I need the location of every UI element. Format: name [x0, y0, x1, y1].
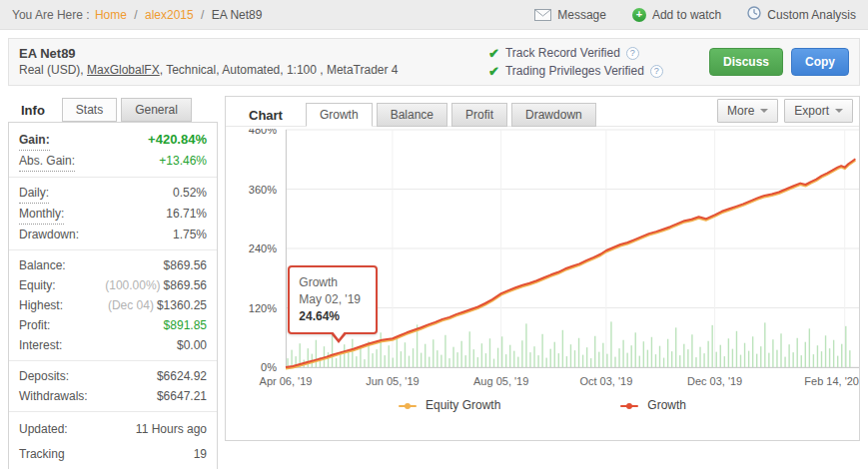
activity-bar: [316, 340, 317, 367]
deposits-value: $6624.92: [157, 366, 207, 386]
activity-bar: [711, 325, 712, 367]
export-button[interactable]: Export: [784, 99, 853, 123]
legend-item-equity-growth[interactable]: Equity Growth: [399, 398, 500, 412]
activity-bar: [513, 351, 514, 367]
activity-bar: [340, 355, 341, 367]
trading-privileges-verified-row: ✔ Trading Privileges Verified ?: [488, 64, 709, 79]
add-to-watch-button[interactable]: + Add to watch: [632, 8, 721, 22]
daily-value: 0.52%: [173, 183, 207, 203]
activity-bar: [772, 339, 773, 367]
activity-bar: [643, 341, 644, 367]
activity-bar: [497, 348, 498, 367]
account-name-block: EA Net89 Real (USD), MaxGlobalFX, Techni…: [19, 45, 488, 79]
tab-stats[interactable]: Stats: [62, 98, 117, 122]
activity-bar: [464, 355, 465, 367]
divider: [9, 177, 217, 178]
activity-bar: [328, 352, 329, 367]
activity-bar: [655, 354, 656, 367]
breadcrumb-prefix: You Are Here :: [12, 8, 90, 22]
activity-bar: [405, 342, 406, 367]
tracking-value: 19: [194, 442, 207, 467]
activity-bar: [764, 322, 765, 367]
tab-info[interactable]: Info: [8, 99, 58, 122]
breadcrumb-link-home[interactable]: Home: [95, 8, 127, 22]
activity-bar: [348, 351, 349, 367]
breadcrumb-link-user[interactable]: alex2015: [145, 8, 194, 22]
activity-bar: [639, 356, 640, 367]
activity-bar: [393, 358, 394, 367]
highest-label: Highest:: [19, 295, 63, 315]
main-content: Info Stats General Gain: +420.84% Abs. G…: [8, 96, 860, 469]
tab-growth[interactable]: Growth: [306, 103, 373, 127]
message-button[interactable]: Message: [534, 8, 606, 22]
activity-bar: [477, 357, 478, 367]
tracking-row: Tracking 19: [19, 442, 207, 467]
activity-bar: [444, 335, 445, 367]
track-record-verified-row: ✔ Track Record Verified ?: [488, 46, 709, 61]
activity-bar: [473, 349, 474, 367]
x-tick-label: Oct 03, '19: [579, 375, 632, 387]
activity-bar: [622, 340, 623, 367]
tab-profit[interactable]: Profit: [451, 103, 507, 127]
activity-bar: [460, 341, 461, 367]
x-tick-label: Dec 03, '19: [687, 375, 742, 387]
activity-bar: [598, 352, 599, 367]
tab-drawdown[interactable]: Drawdown: [511, 103, 596, 127]
balance-row: Balance: $869.56: [19, 255, 207, 275]
profit-value: $891.85: [164, 315, 207, 335]
y-tick-label: 480%: [249, 129, 277, 136]
activity-bar: [376, 349, 377, 367]
x-tick-label: Feb 14, '20: [804, 375, 859, 387]
activity-bar: [651, 337, 652, 367]
activity-bar: [837, 356, 838, 367]
tab-chart[interactable]: Chart: [236, 104, 296, 127]
discuss-button[interactable]: Discuss: [709, 48, 783, 76]
activity-bar: [606, 354, 607, 367]
withdrawals-value: $6647.21: [157, 386, 207, 406]
balance-value: $869.56: [164, 255, 207, 275]
activity-bar: [448, 358, 449, 367]
activity-bar: [614, 357, 615, 367]
growth-chart[interactable]: 0%120%240%360%480%Apr 06, '19Jun 05, '19…: [226, 129, 859, 412]
deposits-row: Deposits: $6624.92: [19, 366, 207, 386]
activity-bar: [521, 340, 522, 367]
broker-link[interactable]: MaxGlobalFX: [87, 63, 160, 77]
add-to-watch-label: Add to watch: [652, 8, 721, 22]
drawdown-value: 1.75%: [173, 225, 207, 244]
activity-bar: [550, 349, 551, 367]
y-tick-label: 360%: [249, 184, 277, 196]
updated-row: Updated: 11 Hours ago: [19, 417, 207, 442]
drawdown-row: Drawdown: 1.75%: [19, 225, 207, 244]
withdrawals-label: Withdrawals:: [19, 386, 88, 406]
copy-button[interactable]: Copy: [791, 48, 849, 76]
legend-item-growth[interactable]: Growth: [620, 398, 686, 412]
activity-bar: [817, 345, 818, 367]
activity-bar: [545, 358, 546, 367]
activity-bar: [433, 339, 434, 367]
activity-bar: [716, 352, 717, 367]
activity-bar: [647, 350, 648, 367]
custom-analysis-button[interactable]: Custom Analysis: [747, 6, 856, 23]
highest-value: (Dec 04)$1360.25: [108, 295, 207, 315]
tab-balance[interactable]: Balance: [377, 103, 447, 127]
activity-bar: [780, 333, 781, 367]
tooltip-date: May 02, '19: [299, 291, 367, 308]
track-record-verified-label: Track Record Verified: [505, 46, 620, 60]
more-button[interactable]: More: [717, 99, 778, 123]
activity-bar: [452, 347, 453, 367]
legend-label: Equity Growth: [426, 398, 500, 412]
drawdown-label: Drawdown:: [19, 225, 79, 244]
activity-bar: [586, 347, 587, 367]
tooltip-value: 24.64%: [299, 308, 367, 325]
legend-label: Growth: [647, 398, 686, 412]
activity-bar: [768, 353, 769, 367]
question-circle-icon[interactable]: ?: [626, 47, 639, 60]
activity-bar: [525, 323, 526, 367]
activity-bar: [469, 331, 470, 367]
tab-general[interactable]: General: [121, 98, 192, 122]
check-icon: ✔: [488, 64, 499, 79]
activity-bar: [481, 343, 482, 367]
activity-bar: [590, 358, 591, 367]
activity-bar: [389, 345, 390, 367]
question-circle-icon[interactable]: ?: [650, 65, 663, 78]
